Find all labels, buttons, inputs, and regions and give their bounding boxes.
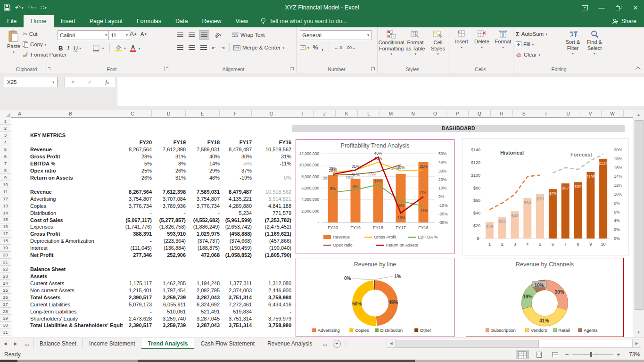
sheet-overflow-right[interactable]: ... [319, 338, 331, 349]
decrease-font-icon[interactable]: A▼ [140, 31, 147, 37]
row-header-7[interactable]: 7 [0, 160, 11, 167]
cell-F15[interactable]: (5,961,599) [212, 217, 252, 223]
borders-icon[interactable] [93, 45, 100, 51]
cell-F27[interactable]: 7,272,461 [212, 302, 252, 307]
cell-B23[interactable]: Assets [30, 273, 123, 279]
cell-G14[interactable]: 771,579 [252, 210, 291, 216]
cell-G26[interactable]: 3,758,980 [252, 295, 291, 300]
font-color-icon[interactable]: A [130, 45, 136, 52]
row-header-27[interactable]: 27 [0, 301, 11, 308]
increase-font-icon[interactable]: A▲ [130, 30, 137, 37]
row-header-12[interactable]: 12 [0, 195, 11, 202]
cell-F18[interactable]: (374,668) [212, 238, 252, 244]
cell-B16[interactable]: Expenses [30, 224, 123, 230]
cell-B6[interactable]: Gross Profit [30, 154, 123, 159]
zoom-level[interactable]: 73% [624, 351, 640, 358]
cell-G28[interactable]: - [252, 309, 291, 314]
cell-F17[interactable]: (458,888) [212, 231, 252, 237]
cell-G4[interactable]: FY16 [252, 140, 291, 145]
cell-B14[interactable]: Distribution [30, 210, 123, 216]
italic-button[interactable]: I [67, 44, 69, 52]
column-header-K[interactable]: K [336, 110, 358, 118]
column-header-T[interactable]: T [535, 110, 557, 118]
cell-B29[interactable]: Shareholders' Equity [30, 316, 123, 321]
customize-quick-access-icon[interactable]: ⸬▾ [41, 5, 47, 10]
underline-button[interactable]: U [74, 45, 78, 52]
row-header-1[interactable]: 1 [0, 118, 11, 125]
ribbon-tab-insert[interactable]: Insert [54, 15, 83, 27]
cell-G5[interactable]: 10,518,562 [252, 147, 291, 152]
row-header-3[interactable]: 3 [0, 132, 11, 139]
cell-F9[interactable]: -19% [212, 175, 252, 181]
cell-G15[interactable]: (7,253,782) [252, 217, 291, 223]
orientation-icon[interactable]: ab▾ [212, 31, 224, 39]
normal-view-icon[interactable] [516, 350, 529, 359]
autosum-button[interactable]: ΣAutoSum▾ [516, 29, 547, 39]
vertical-scrollbar[interactable]: ▲ ▼ [633, 110, 644, 337]
sheet-canvas[interactable]: DASHBOARD Profitability Trend Analysis12… [11, 118, 633, 337]
increase-decimal-icon[interactable]: ←.0 [334, 45, 342, 50]
cell-F19[interactable]: (150,459) [212, 245, 252, 251]
cell-G12[interactable]: 3,914,821 [252, 196, 291, 202]
cell-G9[interactable]: 0% [252, 175, 291, 181]
row-header-18[interactable]: 18 [0, 238, 11, 245]
sheet-tab-income-statement[interactable]: Income Statement [83, 338, 141, 349]
cell-B9[interactable]: Return on Assets [30, 175, 123, 181]
cell-F13[interactable]: 4,289,880 [212, 203, 252, 209]
select-all-button[interactable] [0, 110, 12, 118]
sheet-tab-cash-flow-statement[interactable]: Cash Flow Statement [194, 338, 261, 349]
row-header-17[interactable]: 17 [0, 230, 11, 238]
column-header-I[interactable]: I [291, 110, 314, 118]
cell-F25[interactable]: 2,374,003 [212, 288, 252, 293]
restore-icon[interactable] [610, 0, 627, 15]
cell-F30[interactable]: 3,751,314 [212, 322, 252, 328]
horizontal-scroll-thumb[interactable] [396, 340, 539, 347]
row-header-11[interactable]: 11 [0, 188, 11, 195]
cell-B5[interactable]: Revenue [30, 147, 123, 152]
tell-me-box[interactable]: Tell me what you want to do... [255, 15, 353, 27]
format-cells-button[interactable]: Format▾ [490, 28, 516, 49]
align-left-icon[interactable] [175, 43, 185, 52]
enter-icon[interactable]: ✓ [88, 79, 92, 85]
cell-G30[interactable]: 3,758,980 [252, 322, 291, 328]
row-header-25[interactable]: 25 [0, 287, 11, 294]
cell-F6[interactable]: 30% [212, 154, 252, 159]
find-select-button[interactable]: Find & Select▾ [582, 28, 607, 55]
column-header-J[interactable]: J [314, 110, 336, 118]
collapse-ribbon-icon[interactable] [636, 66, 640, 70]
ribbon-tab-view[interactable]: View [228, 15, 255, 27]
new-sheet-button[interactable]: + [331, 338, 343, 349]
cell-G17[interactable]: (1,169,621) [252, 231, 291, 237]
align-center-icon[interactable] [187, 43, 197, 52]
name-box[interactable]: X25▾ [4, 77, 58, 87]
scroll-up-icon[interactable]: ▲ [635, 111, 643, 119]
row-header-19[interactable]: 19 [0, 245, 11, 252]
column-header-L[interactable]: L [358, 110, 380, 118]
cell-G18[interactable]: (457,866) [252, 238, 291, 244]
cell-F20[interactable]: (1,058,852) [212, 252, 252, 258]
column-header-A[interactable]: A [11, 110, 28, 118]
chart-revenue-by-channels[interactable]: Revenue by Channels30%41%19%10%Subscript… [466, 258, 624, 337]
row-header-30[interactable]: 30 [0, 322, 11, 329]
row-header-15[interactable]: 15 [0, 216, 11, 223]
font-dialog-launcher-icon[interactable] [165, 66, 169, 71]
accounting-format-icon[interactable]: ▾ [300, 45, 309, 50]
cell-F24[interactable]: 1,377,311 [212, 280, 252, 286]
save-icon[interactable] [4, 4, 10, 11]
row-header-4[interactable]: 4 [0, 139, 11, 146]
merge-center-button[interactable]: Merge & Center▾ [233, 45, 284, 50]
page-layout-view-icon[interactable] [533, 350, 545, 359]
minimize-icon[interactable]: — [593, 0, 610, 15]
column-header-E[interactable]: E [186, 110, 220, 118]
cell-F4[interactable]: FY17 [212, 140, 252, 145]
scroll-right-icon[interactable]: ▶ [632, 339, 641, 348]
close-icon[interactable]: ✕ [627, 0, 644, 15]
cell-F14[interactable]: 5,234 [212, 210, 252, 216]
ribbon-tab-file[interactable]: File [0, 15, 24, 27]
column-header-V[interactable]: V [579, 110, 602, 118]
zoom-out-icon[interactable]: − [565, 351, 569, 358]
sheet-overflow-left[interactable]: ... [21, 338, 33, 349]
bold-button[interactable]: B [58, 45, 63, 52]
bottom-align-icon[interactable] [199, 30, 209, 40]
row-header-20[interactable]: 20 [0, 252, 11, 259]
